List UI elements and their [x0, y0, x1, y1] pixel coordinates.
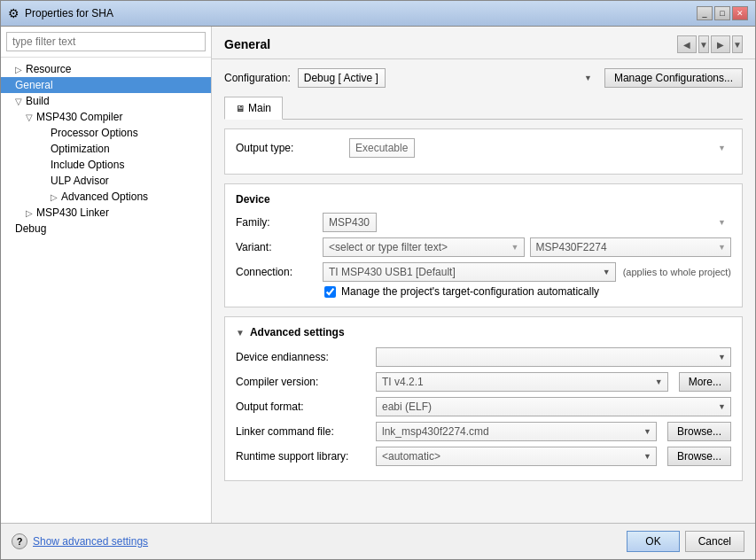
connection-note: (applies to whole project) [623, 267, 731, 277]
left-panel: ▷ Resource General ▽ Build ▽ MSP430 Comp… [1, 27, 212, 523]
linker-cmd-select-wrapper: lnk_msp430f2274.cmd [376, 422, 657, 441]
manage-checkbox-label: Manage the project's target-configuratio… [341, 285, 599, 298]
compiler-version-label: Compiler version: [236, 376, 369, 388]
expand-icon: ▽ [26, 113, 33, 122]
tree-item-processor-options[interactable]: Processor Options [1, 125, 211, 141]
configuration-select[interactable]: Debug [ Active ] [298, 68, 386, 88]
runtime-lib-select[interactable]: <automatic> [376, 447, 657, 466]
forward-button[interactable]: ▶ [711, 35, 730, 53]
tree-item-general[interactable]: General [1, 77, 211, 93]
tree-item-advanced-options[interactable]: ▷ Advanced Options [1, 189, 211, 205]
advanced-settings-section: ▼ Advanced settings Device endianness: [224, 316, 743, 481]
expand-icon: ▷ [26, 208, 33, 218]
output-type-select[interactable]: Executable [349, 138, 415, 158]
tree-item-ulp-advisor[interactable]: ULP Advisor [1, 173, 211, 189]
tree-item-label: Build [26, 95, 50, 107]
tree-item-label: Processor Options [51, 127, 138, 139]
configuration-label: Configuration: [224, 72, 291, 84]
tree-item-resource[interactable]: ▷ Resource [1, 61, 211, 77]
properties-window: ⚙ Properties for SHA _ □ ✕ ▷ Resource [0, 0, 756, 560]
expand-icon: ▷ [51, 192, 58, 202]
tree-item-optimization[interactable]: Optimization [1, 141, 211, 157]
cancel-button[interactable]: Cancel [685, 531, 744, 552]
connection-select[interactable]: TI MSP430 USB1 [Default] [323, 262, 616, 282]
compiler-version-row: Compiler version: TI v4.2.1 More... [236, 372, 731, 392]
ok-button[interactable]: OK [627, 531, 679, 552]
tab-main[interactable]: 🖥 Main [224, 97, 283, 120]
tree-item-label: ULP Advisor [51, 175, 109, 187]
device-section-title: Device [236, 193, 731, 206]
output-format-select[interactable]: eabi (ELF) [376, 397, 731, 416]
compiler-version-select[interactable]: TI v4.2.1 [376, 372, 668, 392]
tree-item-debug[interactable]: Debug [1, 221, 211, 237]
variant-filter-wrapper: <select or type filter text> [323, 237, 525, 257]
output-type-row: Output type: Executable [236, 138, 731, 158]
window-title: Properties for SHA [25, 7, 113, 19]
runtime-lib-row: Runtime support library: <automatic> Bro… [236, 447, 731, 466]
manage-checkbox-row: Manage the project's target-configuratio… [236, 285, 731, 298]
linker-cmd-label: Linker command file: [236, 425, 369, 438]
tree-item-label: Include Options [51, 159, 124, 171]
manage-configurations-button[interactable]: Manage Configurations... [604, 68, 743, 88]
tree-item-label: General [15, 79, 53, 91]
device-endianness-label: Device endianness: [236, 351, 369, 363]
right-header: General ◀ ▼ ▶ ▼ [212, 27, 755, 59]
tree-item-label: MSP430 Linker [36, 206, 109, 219]
advanced-settings-header[interactable]: ▼ Advanced settings [236, 326, 731, 338]
nav-buttons: ◀ ▼ ▶ ▼ [677, 35, 743, 53]
linker-browse-button[interactable]: Browse... [667, 422, 731, 441]
bottom-buttons: OK Cancel [627, 531, 744, 552]
minimize-button[interactable]: _ [697, 6, 713, 20]
tree-item-msp430-linker[interactable]: ▷ MSP430 Linker [1, 205, 211, 221]
variant-row: Variant: <select or type filter text> MS… [236, 237, 731, 257]
bottom-left: ? Show advanced settings [12, 533, 148, 549]
bottom-bar: ? Show advanced settings OK Cancel [1, 523, 755, 559]
close-button[interactable]: ✕ [732, 6, 748, 20]
device-endianness-select[interactable] [376, 347, 731, 367]
expand-icon: ▷ [15, 65, 22, 74]
show-advanced-link[interactable]: Show advanced settings [33, 535, 148, 548]
family-select-wrapper: MSP430 [323, 213, 731, 232]
right-body: Configuration: Debug [ Active ] Manage C… [212, 59, 755, 523]
variant-label: Variant: [236, 241, 316, 253]
tree-item-include-options[interactable]: Include Options [1, 157, 211, 173]
variant-value-select[interactable]: MSP430F2274 [530, 237, 732, 257]
tree-item-build[interactable]: ▽ Build [1, 93, 211, 109]
expand-icon: ▽ [15, 97, 22, 106]
variant-filter-select[interactable]: <select or type filter text> [323, 237, 525, 257]
connection-label: Connection: [236, 266, 316, 278]
compiler-version-select-wrapper: TI v4.2.1 [376, 372, 668, 392]
title-bar-left: ⚙ Properties for SHA [8, 6, 113, 20]
variant-value-wrapper: MSP430F2274 [530, 237, 732, 257]
family-label: Family: [236, 216, 316, 229]
connection-select-wrapper: TI MSP430 USB1 [Default] [323, 262, 616, 282]
tree-item-msp430-compiler[interactable]: ▽ MSP430 Compiler [1, 109, 211, 125]
advanced-settings-title: Advanced settings [250, 326, 345, 338]
tree-item-label: Advanced Options [61, 191, 148, 203]
linker-cmd-select[interactable]: lnk_msp430f2274.cmd [376, 422, 657, 441]
runtime-lib-label: Runtime support library: [236, 450, 369, 463]
window-icon: ⚙ [8, 6, 19, 20]
tab-main-label: Main [248, 102, 271, 114]
manage-checkbox[interactable] [324, 286, 336, 298]
forward-dropdown-button[interactable]: ▼ [732, 35, 743, 53]
compiler-more-button[interactable]: More... [679, 372, 731, 392]
screen-icon: 🖥 [236, 104, 245, 113]
maximize-button[interactable]: □ [714, 6, 730, 20]
back-dropdown-button[interactable]: ▼ [698, 35, 709, 53]
main-content: ▷ Resource General ▽ Build ▽ MSP430 Comp… [1, 27, 755, 523]
tabs: 🖥 Main [224, 97, 743, 120]
filter-input[interactable] [6, 32, 206, 51]
filter-box [1, 27, 211, 58]
linker-cmd-row: Linker command file: lnk_msp430f2274.cmd… [236, 422, 731, 441]
runtime-browse-button[interactable]: Browse... [667, 447, 731, 466]
tree-item-label: Debug [15, 222, 46, 235]
output-format-select-wrapper: eabi (ELF) [376, 397, 731, 416]
tree-item-label: Resource [26, 63, 71, 75]
tree-item-label: MSP430 Compiler [36, 111, 122, 123]
family-select[interactable]: MSP430 [323, 213, 377, 232]
output-type-select-wrapper: Executable [349, 138, 731, 158]
help-button[interactable]: ? [12, 533, 27, 549]
back-button[interactable]: ◀ [677, 35, 697, 53]
runtime-lib-select-wrapper: <automatic> [376, 447, 657, 466]
